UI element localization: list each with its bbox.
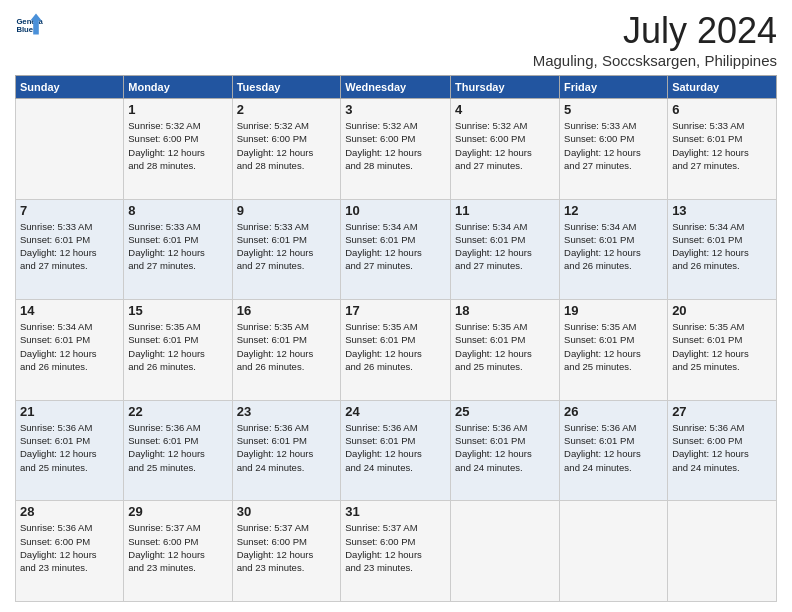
cell-4-5 bbox=[560, 501, 668, 602]
cell-2-4: 18Sunrise: 5:35 AM Sunset: 6:01 PM Dayli… bbox=[451, 300, 560, 401]
cell-2-0: 14Sunrise: 5:34 AM Sunset: 6:01 PM Dayli… bbox=[16, 300, 124, 401]
cell-0-3: 3Sunrise: 5:32 AM Sunset: 6:00 PM Daylig… bbox=[341, 99, 451, 200]
cell-3-2: 23Sunrise: 5:36 AM Sunset: 6:01 PM Dayli… bbox=[232, 400, 341, 501]
week-row-3: 21Sunrise: 5:36 AM Sunset: 6:01 PM Dayli… bbox=[16, 400, 777, 501]
day-info: Sunrise: 5:33 AM Sunset: 6:00 PM Dayligh… bbox=[564, 119, 663, 172]
day-number: 25 bbox=[455, 404, 555, 419]
day-info: Sunrise: 5:37 AM Sunset: 6:00 PM Dayligh… bbox=[128, 521, 227, 574]
cell-0-5: 5Sunrise: 5:33 AM Sunset: 6:00 PM Daylig… bbox=[560, 99, 668, 200]
cell-2-5: 19Sunrise: 5:35 AM Sunset: 6:01 PM Dayli… bbox=[560, 300, 668, 401]
day-info: Sunrise: 5:34 AM Sunset: 6:01 PM Dayligh… bbox=[564, 220, 663, 273]
day-number: 16 bbox=[237, 303, 337, 318]
cell-1-4: 11Sunrise: 5:34 AM Sunset: 6:01 PM Dayli… bbox=[451, 199, 560, 300]
day-number: 18 bbox=[455, 303, 555, 318]
cell-4-4 bbox=[451, 501, 560, 602]
day-info: Sunrise: 5:36 AM Sunset: 6:01 PM Dayligh… bbox=[128, 421, 227, 474]
day-info: Sunrise: 5:35 AM Sunset: 6:01 PM Dayligh… bbox=[128, 320, 227, 373]
day-info: Sunrise: 5:35 AM Sunset: 6:01 PM Dayligh… bbox=[237, 320, 337, 373]
day-number: 10 bbox=[345, 203, 446, 218]
day-number: 29 bbox=[128, 504, 227, 519]
day-info: Sunrise: 5:36 AM Sunset: 6:01 PM Dayligh… bbox=[564, 421, 663, 474]
main-title: July 2024 bbox=[533, 10, 777, 52]
day-info: Sunrise: 5:34 AM Sunset: 6:01 PM Dayligh… bbox=[455, 220, 555, 273]
day-info: Sunrise: 5:35 AM Sunset: 6:01 PM Dayligh… bbox=[672, 320, 772, 373]
week-row-4: 28Sunrise: 5:36 AM Sunset: 6:00 PM Dayli… bbox=[16, 501, 777, 602]
day-number: 14 bbox=[20, 303, 119, 318]
day-number: 31 bbox=[345, 504, 446, 519]
cell-3-4: 25Sunrise: 5:36 AM Sunset: 6:01 PM Dayli… bbox=[451, 400, 560, 501]
header-friday: Friday bbox=[560, 76, 668, 99]
calendar-table: Sunday Monday Tuesday Wednesday Thursday… bbox=[15, 75, 777, 602]
day-info: Sunrise: 5:36 AM Sunset: 6:00 PM Dayligh… bbox=[20, 521, 119, 574]
svg-text:Blue: Blue bbox=[16, 25, 33, 34]
cell-1-0: 7Sunrise: 5:33 AM Sunset: 6:01 PM Daylig… bbox=[16, 199, 124, 300]
day-info: Sunrise: 5:36 AM Sunset: 6:01 PM Dayligh… bbox=[237, 421, 337, 474]
day-number: 9 bbox=[237, 203, 337, 218]
cell-3-5: 26Sunrise: 5:36 AM Sunset: 6:01 PM Dayli… bbox=[560, 400, 668, 501]
cell-2-2: 16Sunrise: 5:35 AM Sunset: 6:01 PM Dayli… bbox=[232, 300, 341, 401]
logo-icon: General Blue bbox=[15, 10, 43, 38]
week-row-2: 14Sunrise: 5:34 AM Sunset: 6:01 PM Dayli… bbox=[16, 300, 777, 401]
day-number: 19 bbox=[564, 303, 663, 318]
day-info: Sunrise: 5:32 AM Sunset: 6:00 PM Dayligh… bbox=[345, 119, 446, 172]
day-info: Sunrise: 5:33 AM Sunset: 6:01 PM Dayligh… bbox=[20, 220, 119, 273]
day-info: Sunrise: 5:33 AM Sunset: 6:01 PM Dayligh… bbox=[672, 119, 772, 172]
subtitle: Maguling, Soccsksargen, Philippines bbox=[533, 52, 777, 69]
day-info: Sunrise: 5:35 AM Sunset: 6:01 PM Dayligh… bbox=[455, 320, 555, 373]
calendar-header: Sunday Monday Tuesday Wednesday Thursday… bbox=[16, 76, 777, 99]
day-number: 24 bbox=[345, 404, 446, 419]
day-info: Sunrise: 5:33 AM Sunset: 6:01 PM Dayligh… bbox=[237, 220, 337, 273]
week-row-1: 7Sunrise: 5:33 AM Sunset: 6:01 PM Daylig… bbox=[16, 199, 777, 300]
week-row-0: 1Sunrise: 5:32 AM Sunset: 6:00 PM Daylig… bbox=[16, 99, 777, 200]
cell-1-5: 12Sunrise: 5:34 AM Sunset: 6:01 PM Dayli… bbox=[560, 199, 668, 300]
day-info: Sunrise: 5:36 AM Sunset: 6:01 PM Dayligh… bbox=[455, 421, 555, 474]
header-sunday: Sunday bbox=[16, 76, 124, 99]
cell-4-6 bbox=[668, 501, 777, 602]
day-number: 23 bbox=[237, 404, 337, 419]
cell-4-0: 28Sunrise: 5:36 AM Sunset: 6:00 PM Dayli… bbox=[16, 501, 124, 602]
day-info: Sunrise: 5:34 AM Sunset: 6:01 PM Dayligh… bbox=[672, 220, 772, 273]
cell-1-3: 10Sunrise: 5:34 AM Sunset: 6:01 PM Dayli… bbox=[341, 199, 451, 300]
day-number: 4 bbox=[455, 102, 555, 117]
header-saturday: Saturday bbox=[668, 76, 777, 99]
header-tuesday: Tuesday bbox=[232, 76, 341, 99]
day-info: Sunrise: 5:37 AM Sunset: 6:00 PM Dayligh… bbox=[345, 521, 446, 574]
day-number: 21 bbox=[20, 404, 119, 419]
day-number: 5 bbox=[564, 102, 663, 117]
cell-1-6: 13Sunrise: 5:34 AM Sunset: 6:01 PM Dayli… bbox=[668, 199, 777, 300]
day-info: Sunrise: 5:32 AM Sunset: 6:00 PM Dayligh… bbox=[237, 119, 337, 172]
title-block: July 2024 Maguling, Soccsksargen, Philip… bbox=[533, 10, 777, 69]
cell-2-6: 20Sunrise: 5:35 AM Sunset: 6:01 PM Dayli… bbox=[668, 300, 777, 401]
cell-3-3: 24Sunrise: 5:36 AM Sunset: 6:01 PM Dayli… bbox=[341, 400, 451, 501]
day-number: 8 bbox=[128, 203, 227, 218]
cell-0-0 bbox=[16, 99, 124, 200]
day-info: Sunrise: 5:36 AM Sunset: 6:01 PM Dayligh… bbox=[345, 421, 446, 474]
day-number: 1 bbox=[128, 102, 227, 117]
day-info: Sunrise: 5:32 AM Sunset: 6:00 PM Dayligh… bbox=[455, 119, 555, 172]
day-number: 6 bbox=[672, 102, 772, 117]
cell-4-2: 30Sunrise: 5:37 AM Sunset: 6:00 PM Dayli… bbox=[232, 501, 341, 602]
cell-1-2: 9Sunrise: 5:33 AM Sunset: 6:01 PM Daylig… bbox=[232, 199, 341, 300]
day-number: 13 bbox=[672, 203, 772, 218]
cell-3-0: 21Sunrise: 5:36 AM Sunset: 6:01 PM Dayli… bbox=[16, 400, 124, 501]
day-number: 15 bbox=[128, 303, 227, 318]
page: General Blue July 2024 Maguling, Soccsks… bbox=[0, 0, 792, 612]
day-info: Sunrise: 5:33 AM Sunset: 6:01 PM Dayligh… bbox=[128, 220, 227, 273]
cell-4-1: 29Sunrise: 5:37 AM Sunset: 6:00 PM Dayli… bbox=[124, 501, 232, 602]
cell-0-6: 6Sunrise: 5:33 AM Sunset: 6:01 PM Daylig… bbox=[668, 99, 777, 200]
day-number: 12 bbox=[564, 203, 663, 218]
day-info: Sunrise: 5:37 AM Sunset: 6:00 PM Dayligh… bbox=[237, 521, 337, 574]
day-number: 26 bbox=[564, 404, 663, 419]
cell-1-1: 8Sunrise: 5:33 AM Sunset: 6:01 PM Daylig… bbox=[124, 199, 232, 300]
cell-3-1: 22Sunrise: 5:36 AM Sunset: 6:01 PM Dayli… bbox=[124, 400, 232, 501]
day-number: 27 bbox=[672, 404, 772, 419]
day-number: 30 bbox=[237, 504, 337, 519]
day-number: 7 bbox=[20, 203, 119, 218]
logo: General Blue bbox=[15, 10, 43, 38]
cell-4-3: 31Sunrise: 5:37 AM Sunset: 6:00 PM Dayli… bbox=[341, 501, 451, 602]
day-info: Sunrise: 5:34 AM Sunset: 6:01 PM Dayligh… bbox=[20, 320, 119, 373]
header: General Blue July 2024 Maguling, Soccsks… bbox=[15, 10, 777, 69]
cell-0-2: 2Sunrise: 5:32 AM Sunset: 6:00 PM Daylig… bbox=[232, 99, 341, 200]
day-number: 17 bbox=[345, 303, 446, 318]
calendar-body: 1Sunrise: 5:32 AM Sunset: 6:00 PM Daylig… bbox=[16, 99, 777, 602]
